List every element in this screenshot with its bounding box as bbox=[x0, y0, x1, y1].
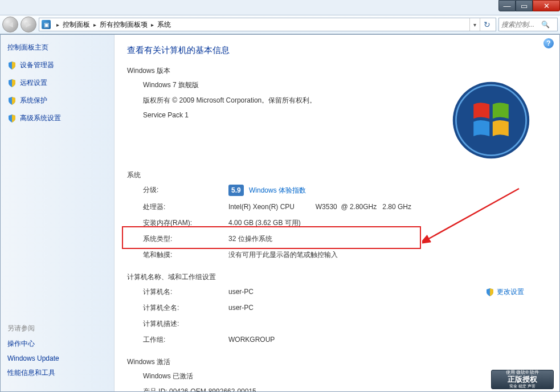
section-header-computer: 计算机名称、域和工作组设置 bbox=[127, 272, 547, 282]
section-header-activation: Windows 激活 bbox=[127, 357, 547, 367]
shield-icon bbox=[7, 61, 17, 70]
genuine-sub: 安全 稳定 声誉 bbox=[509, 383, 536, 390]
search-input[interactable] bbox=[501, 21, 541, 28]
shield-icon bbox=[7, 79, 17, 88]
product-id: 产品 ID: 00426-OEM-8992662-00015 bbox=[143, 387, 547, 391]
help-button[interactable]: ? bbox=[543, 38, 554, 48]
wei-score-badge: 5.9 bbox=[228, 185, 244, 196]
workgroup-value: WORKGROUP bbox=[228, 334, 547, 345]
close-button[interactable]: ✕ bbox=[533, 0, 560, 11]
svg-point-0 bbox=[453, 82, 529, 158]
computer-name-label: 计算机名: bbox=[143, 287, 228, 297]
system-type-value: 32 位操作系统 bbox=[228, 234, 547, 244]
pen-touch-value: 没有可用于此显示器的笔或触控输入 bbox=[228, 250, 547, 260]
address-bar[interactable]: ▣ ▸ 控制面板 ▸ 所有控制面板项 ▸ 系统 ▾ ↻ bbox=[39, 18, 496, 31]
processor-value: Intel(R) Xeon(R) CPU W3530 @ 2.80GHz 2.8… bbox=[228, 202, 547, 212]
genuine-badge[interactable]: 使用 微软® 软件 正版授权 安全 稳定 声誉 bbox=[491, 370, 554, 389]
content-area: ? 查看有关计算机的基本信息 Windows 版本 Windows 7 旗舰版 … bbox=[115, 35, 559, 391]
ram-label: 安装内存(RAM): bbox=[143, 218, 228, 228]
sidebar-also-performance[interactable]: 性能信息和工具 bbox=[7, 368, 107, 378]
sidebar-link-device-manager[interactable]: 设备管理器 bbox=[7, 60, 107, 70]
shield-icon bbox=[485, 288, 494, 297]
back-button[interactable]: ◄ bbox=[2, 17, 18, 32]
sidebar-link-label: 高级系统设置 bbox=[20, 113, 61, 123]
section-header-edition: Windows 版本 bbox=[127, 66, 547, 76]
maximize-button[interactable]: ▭ bbox=[516, 0, 533, 11]
full-name-label: 计算机全名: bbox=[143, 303, 228, 313]
refresh-button[interactable]: ↻ bbox=[480, 18, 493, 31]
chevron-right-icon: ▸ bbox=[151, 22, 154, 28]
rating-label: 分级: bbox=[143, 185, 228, 196]
navigation-bar: ◄ ► ▣ ▸ 控制面板 ▸ 所有控制面板项 ▸ 系统 ▾ ↻ 🔍 bbox=[0, 15, 560, 34]
processor-label: 处理器: bbox=[143, 202, 228, 212]
pen-touch-label: 笔和触摸: bbox=[143, 250, 228, 260]
sidebar-link-label: 设备管理器 bbox=[20, 60, 54, 70]
sidebar: 控制面板主页 设备管理器 远程设置 系统保护 高级系统设置 另请参阅 操作中心 … bbox=[1, 35, 115, 391]
breadcrumb-system[interactable]: 系统 bbox=[157, 20, 171, 30]
address-dropdown-button[interactable]: ▾ bbox=[469, 18, 480, 31]
sidebar-also-title: 另请参阅 bbox=[7, 324, 107, 333]
sidebar-link-label: 系统保护 bbox=[20, 96, 47, 105]
section-computer: 计算机名称、域和工作组设置 更改设置 计算机名:user-PC 计算机全名:us… bbox=[127, 272, 547, 345]
sidebar-link-protection[interactable]: 系统保护 bbox=[7, 96, 107, 105]
workgroup-label: 工作组: bbox=[143, 334, 228, 345]
breadcrumb-all-items[interactable]: 所有控制面板项 bbox=[100, 20, 148, 30]
chevron-right-icon: ▸ bbox=[56, 22, 59, 28]
ram-value: 4.00 GB (3.62 GB 可用) bbox=[228, 218, 547, 228]
section-system: 系统 分级: 5.9 Windows 体验指数 处理器:Intel(R) Xeo… bbox=[127, 170, 547, 260]
full-name-value: user-PC bbox=[228, 303, 547, 313]
page-title: 查看有关计算机的基本信息 bbox=[127, 45, 547, 56]
section-activation: Windows 激活 Windows 已激活 产品 ID: 00426-OEM-… bbox=[127, 357, 547, 391]
change-settings-link[interactable]: 更改设置 bbox=[485, 287, 524, 297]
sidebar-link-remote[interactable]: 远程设置 bbox=[7, 78, 107, 88]
minimize-button[interactable]: — bbox=[498, 0, 516, 11]
shield-icon bbox=[7, 114, 17, 123]
wei-link[interactable]: Windows 体验指数 bbox=[249, 186, 306, 194]
section-header-system: 系统 bbox=[127, 170, 547, 180]
shield-icon bbox=[7, 96, 17, 105]
description-value bbox=[228, 318, 547, 329]
breadcrumb-control-panel[interactable]: 控制面板 bbox=[63, 20, 90, 30]
sidebar-link-advanced[interactable]: 高级系统设置 bbox=[7, 113, 107, 123]
sidebar-home-link[interactable]: 控制面板主页 bbox=[7, 43, 107, 52]
sidebar-link-label: 远程设置 bbox=[20, 78, 47, 88]
system-type-label: 系统类型: bbox=[143, 234, 228, 244]
description-label: 计算机描述: bbox=[143, 318, 228, 329]
windows-logo-icon bbox=[451, 80, 531, 160]
search-icon: 🔍 bbox=[541, 21, 550, 28]
sidebar-also-windows-update[interactable]: Windows Update bbox=[7, 354, 107, 362]
chevron-right-icon: ▸ bbox=[93, 22, 96, 28]
sidebar-also-action-center[interactable]: 操作中心 bbox=[7, 339, 107, 349]
activation-status: Windows 已激活 bbox=[143, 371, 547, 381]
system-icon: ▣ bbox=[42, 20, 51, 29]
genuine-big: 正版授权 bbox=[508, 376, 537, 383]
forward-button[interactable]: ► bbox=[21, 17, 36, 32]
search-box[interactable]: 🔍 bbox=[498, 18, 558, 31]
